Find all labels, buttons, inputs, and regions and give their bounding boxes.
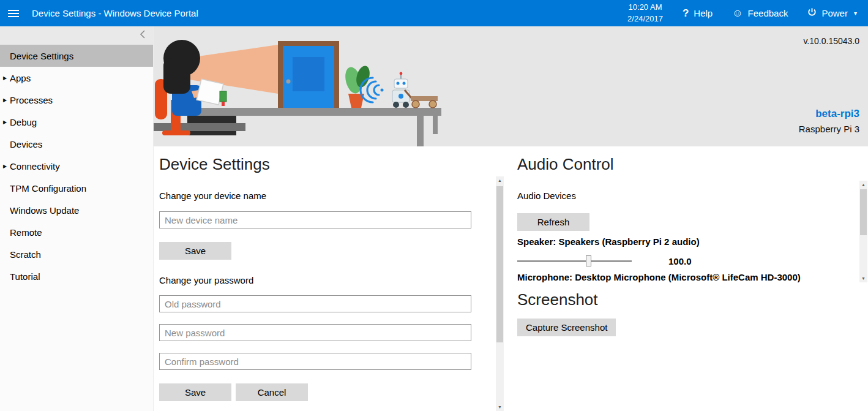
expand-arrow-icon: ▶ <box>3 119 7 125</box>
audio-control-heading: Audio Control <box>517 155 868 173</box>
sidebar-item-label: Device Settings <box>10 51 73 61</box>
sidebar-item-debug[interactable]: ▶ Debug <box>0 111 153 133</box>
power-icon <box>807 7 817 19</box>
confirm-password-input[interactable] <box>159 353 471 370</box>
sidebar-item-devices[interactable]: Devices <box>0 133 153 155</box>
password-buttons-row: Save Cancel <box>159 383 508 401</box>
sidebar: Device Settings ▶ Apps ▶ Processes ▶ Deb… <box>0 26 154 411</box>
audio-scrollbar[interactable]: ▲ ▼ <box>859 181 867 282</box>
topbar-actions: 10:20 AM 2/24/2017 ? Help ☺ Feedback Pow… <box>627 2 868 24</box>
microphone-device-label: Microphone: Desktop Microphone (Microsof… <box>517 272 868 282</box>
sidebar-item-label: Devices <box>10 139 42 149</box>
clock: 10:20 AM 2/24/2017 <box>627 2 663 24</box>
sidebar-item-device-settings[interactable]: Device Settings <box>0 45 153 67</box>
audio-devices-label: Audio Devices <box>517 190 868 201</box>
audio-control-section: Audio Control Audio Devices Refresh Spea… <box>517 150 868 283</box>
window-title: Device Settings - Windows Device Portal <box>32 8 198 18</box>
slider-thumb[interactable] <box>586 255 591 266</box>
menu-icon[interactable] <box>0 0 27 26</box>
save-device-name-button[interactable]: Save <box>159 242 231 260</box>
portal-version: v.10.0.15043.0 <box>803 36 859 46</box>
speaker-volume-slider[interactable] <box>517 260 632 262</box>
power-label: Power <box>821 8 848 18</box>
scrollbar-thumb[interactable] <box>496 186 503 342</box>
change-password-label: Change your password <box>159 275 508 285</box>
save-password-button[interactable]: Save <box>159 383 231 401</box>
clock-date: 2/24/2017 <box>627 13 663 25</box>
device-name: beta-rpi3 <box>815 108 859 120</box>
refresh-audio-button[interactable]: Refresh <box>517 213 589 231</box>
sidebar-item-tutorial[interactable]: Tutorial <box>0 265 153 287</box>
sidebar-item-remote[interactable]: Remote <box>0 221 153 243</box>
device-settings-panel: Device Settings Change your device name … <box>154 150 508 411</box>
feedback-icon: ☺ <box>732 8 743 18</box>
device-settings-scrollbar[interactable]: ▲ ▼ <box>496 176 504 411</box>
speaker-volume-row: 100.0 <box>517 255 868 266</box>
sidebar-item-label: Scratch <box>10 249 41 260</box>
chevron-left-icon <box>138 29 147 42</box>
header-illustration <box>154 26 441 146</box>
sidebar-item-connectivity[interactable]: ▶ Connectivity <box>0 155 153 177</box>
sidebar-item-label: Remote <box>10 227 42 238</box>
scroll-up-icon[interactable]: ▲ <box>859 181 867 189</box>
sidebar-item-windows-update[interactable]: Windows Update <box>0 199 153 221</box>
scrollbar-thumb[interactable] <box>860 189 867 235</box>
header-banner: v.10.0.15043.0 beta-rpi3 Raspberry Pi 3 <box>154 26 868 146</box>
chevron-down-icon: ▾ <box>854 10 857 17</box>
new-password-input[interactable] <box>159 324 471 341</box>
device-model: Raspberry Pi 3 <box>799 124 859 134</box>
feedback-button[interactable]: ☺ Feedback <box>732 8 788 18</box>
change-device-name-label: Change your device name <box>159 190 508 201</box>
help-label: Help <box>694 8 713 18</box>
cancel-password-button[interactable]: Cancel <box>236 383 308 401</box>
clock-time: 10:20 AM <box>627 2 663 13</box>
old-password-input[interactable] <box>159 295 471 312</box>
sidebar-item-label: Connectivity <box>10 161 60 172</box>
scroll-up-icon[interactable]: ▲ <box>496 176 504 184</box>
power-button[interactable]: Power ▾ <box>807 7 857 19</box>
feedback-label: Feedback <box>748 8 788 18</box>
sidebar-item-apps[interactable]: ▶ Apps <box>0 67 153 89</box>
screenshot-section: Screenshot Capture Screenshot <box>517 283 868 336</box>
sidebar-item-label: TPM Configuration <box>10 183 86 194</box>
sidebar-item-label: Apps <box>10 73 31 83</box>
expand-arrow-icon: ▶ <box>3 164 7 169</box>
sidebar-item-label: Processes <box>10 95 53 105</box>
right-panel: Audio Control Audio Devices Refresh Spea… <box>517 150 868 411</box>
new-device-name-input[interactable] <box>159 211 471 228</box>
scroll-down-icon[interactable]: ▼ <box>859 274 867 282</box>
help-icon: ? <box>683 7 689 20</box>
screenshot-heading: Screenshot <box>517 290 868 309</box>
sidebar-item-tpm-configuration[interactable]: TPM Configuration <box>0 177 153 199</box>
sidebar-item-label: Windows Update <box>10 205 79 216</box>
expand-arrow-icon: ▶ <box>3 75 7 81</box>
top-bar: Device Settings - Windows Device Portal … <box>0 0 868 26</box>
sidebar-item-label: Debug <box>10 117 37 127</box>
sidebar-item-processes[interactable]: ▶ Processes <box>0 89 153 111</box>
speaker-volume-value: 100.0 <box>668 256 692 266</box>
capture-screenshot-button[interactable]: Capture Screenshot <box>517 319 616 336</box>
scroll-down-icon[interactable]: ▼ <box>496 403 504 411</box>
sidebar-item-label: Tutorial <box>10 271 40 282</box>
help-button[interactable]: ? Help <box>683 7 713 20</box>
expand-arrow-icon: ▶ <box>3 97 7 103</box>
speaker-device-label: Speaker: Speakers (Raspberry Pi 2 audio) <box>517 236 868 247</box>
device-settings-heading: Device Settings <box>159 155 508 173</box>
sidebar-item-scratch[interactable]: Scratch <box>0 243 153 265</box>
collapse-sidebar-button[interactable] <box>0 26 153 45</box>
